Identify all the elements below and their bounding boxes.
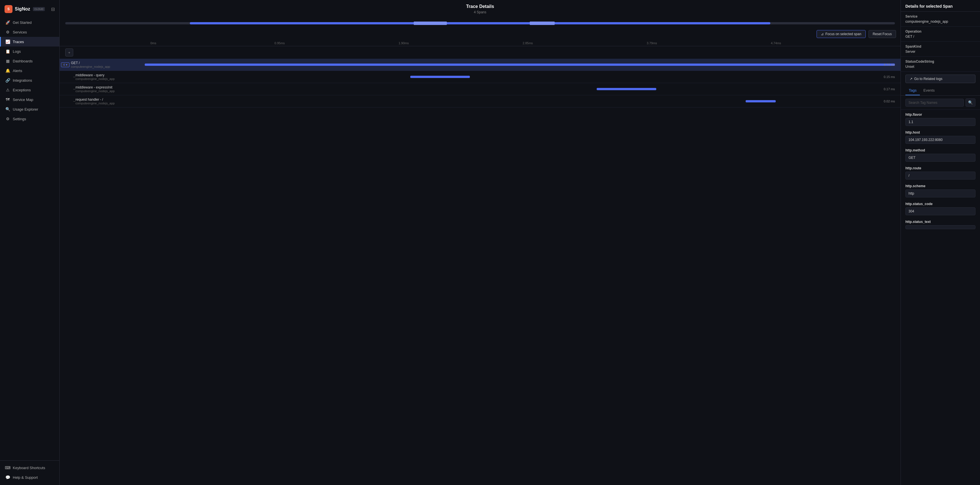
service-section: Service computeengine_nodejs_app bbox=[901, 12, 980, 27]
timeline-track bbox=[65, 22, 895, 24]
span-count-badge-0[interactable]: 4 ▾ bbox=[61, 62, 69, 67]
sidebar-item-traces[interactable]: 📈 Traces bbox=[0, 37, 59, 46]
integrations-icon: 🔗 bbox=[5, 78, 10, 83]
span-row-0[interactable]: 4 ▾ GET / computeengine_nodejs_app 4.74 … bbox=[60, 59, 900, 71]
logs-label: Logs bbox=[13, 49, 21, 54]
get-started-label: Get Started bbox=[13, 21, 32, 25]
tag-section-http.status_text: http.status_text bbox=[901, 217, 980, 231]
span-name-1: middleware - query bbox=[75, 73, 146, 77]
service-map-label: Service Map bbox=[13, 97, 33, 102]
sidebar-item-integrations[interactable]: 🔗 Integrations bbox=[0, 75, 59, 85]
span-bar-3 bbox=[746, 100, 775, 102]
tag-section-http.host: http.host 104.197.193.222:8080 bbox=[901, 128, 980, 145]
tag-section-http.scheme: http.scheme http bbox=[901, 181, 980, 199]
dashboards-label: Dashboards bbox=[13, 59, 33, 63]
sidebar-bottom: ⌨ Keyboard Shortcuts 💬 Help & Support bbox=[0, 460, 59, 482]
sidebar-item-logs[interactable]: 📋 Logs bbox=[0, 46, 59, 56]
status-code-label: StatusCodeString bbox=[905, 60, 975, 64]
usage-explorer-label: Usage Explorer bbox=[13, 107, 38, 111]
sidebar-item-settings[interactable]: ⚙ Settings bbox=[0, 114, 59, 124]
traces-icon: 📈 bbox=[5, 40, 10, 44]
tag-name-4: http.scheme bbox=[905, 184, 975, 188]
settings-label: Settings bbox=[13, 117, 26, 121]
span-duration-0: 4.74 ms bbox=[884, 63, 895, 66]
time-label-4: 3.79ms bbox=[647, 40, 771, 46]
related-logs-button[interactable]: ↗ Go to Related logs bbox=[905, 75, 975, 83]
service-label: Service bbox=[905, 14, 975, 18]
right-panel: Details for selected Span Service comput… bbox=[900, 0, 980, 485]
operation-label: Operation bbox=[905, 30, 975, 33]
tag-value-1: 104.197.193.222:8080 bbox=[905, 136, 975, 144]
keyboard-shortcuts-label: Keyboard Shortcuts bbox=[13, 466, 45, 470]
logo-text: SigNoz bbox=[15, 6, 30, 12]
sidebar-item-dashboards[interactable]: ▦ Dashboards bbox=[0, 56, 59, 66]
sidebar-item-get-started[interactable]: 🚀 Get Started bbox=[0, 17, 59, 27]
sidebar-item-alerts[interactable]: 🔔 Alerts bbox=[0, 66, 59, 75]
tag-section-http.method: http.method GET bbox=[901, 145, 980, 163]
services-label: Services bbox=[13, 30, 27, 34]
span-service-1: computeengine_nodejs_app bbox=[75, 77, 146, 81]
add-span-button[interactable]: + bbox=[65, 49, 73, 56]
span-bar-1 bbox=[410, 76, 470, 78]
focus-selected-span-button[interactable]: ⊿ Focus on selected span bbox=[816, 30, 865, 38]
tag-section-http.flavor: http.flavor 1.1 bbox=[901, 110, 980, 128]
spankind-section: SpanKind Server bbox=[901, 42, 980, 57]
spankind-value: Server bbox=[905, 49, 975, 54]
time-label-1: 0.95ms bbox=[274, 40, 398, 46]
tags-list: http.flavor 1.1 http.host 104.197.193.22… bbox=[901, 110, 980, 231]
spankind-label: SpanKind bbox=[905, 45, 975, 49]
spans-list: 4 ▾ GET / computeengine_nodejs_app 4.74 … bbox=[60, 59, 900, 108]
tabs-row: TagsEvents bbox=[901, 86, 980, 95]
span-row-1[interactable]: middleware - query computeengine_nodejs_… bbox=[60, 71, 900, 83]
span-info-2: middleware - expressInit computeengine_n… bbox=[75, 85, 149, 93]
span-service-0: computeengine_nodejs_app bbox=[71, 65, 142, 68]
alerts-label: Alerts bbox=[13, 68, 22, 73]
span-timeline-1: 0.15 ms bbox=[149, 73, 895, 81]
usage-explorer-icon: 🔍 bbox=[5, 107, 10, 111]
sidebar-item-help-support[interactable]: 💬 Help & Support bbox=[0, 472, 59, 482]
tag-name-5: http.status_code bbox=[905, 202, 975, 206]
span-expand-0[interactable]: 4 ▾ bbox=[60, 62, 71, 67]
operation-section: Operation GET / bbox=[901, 27, 980, 42]
dashboards-icon: ▦ bbox=[5, 59, 10, 63]
timeline-fill bbox=[190, 22, 771, 24]
logo-badge: CLOUD bbox=[33, 7, 45, 11]
services-icon: ⚙ bbox=[5, 30, 10, 34]
tag-value-2: GET bbox=[905, 154, 975, 162]
sidebar-collapse-button[interactable]: ⊟ bbox=[51, 6, 55, 12]
integrations-label: Integrations bbox=[13, 78, 32, 83]
tag-section-http.route: http.route / bbox=[901, 163, 980, 181]
span-row-3[interactable]: request handler - / computeengine_nodejs… bbox=[60, 95, 900, 108]
status-code-section: StatusCodeString Unset bbox=[901, 57, 980, 72]
search-tags-button[interactable]: 🔍 bbox=[966, 99, 975, 107]
reset-focus-button[interactable]: Reset Focus bbox=[869, 30, 896, 38]
tag-value-0: 1.1 bbox=[905, 118, 975, 126]
alerts-icon: 🔔 bbox=[5, 68, 10, 73]
trace-controls: ⊿ Focus on selected span Reset Focus bbox=[60, 28, 900, 40]
span-name-2: middleware - expressInit bbox=[75, 85, 146, 89]
sidebar-item-services[interactable]: ⚙ Services bbox=[0, 27, 59, 37]
span-info-3: request handler - / computeengine_nodejs… bbox=[75, 97, 149, 105]
tab-events[interactable]: Events bbox=[920, 86, 938, 95]
search-tags-input[interactable] bbox=[905, 99, 964, 107]
sidebar-item-keyboard-shortcuts[interactable]: ⌨ Keyboard Shortcuts bbox=[0, 463, 59, 472]
span-name-0: GET / bbox=[71, 61, 142, 65]
help-support-icon: 💬 bbox=[5, 475, 10, 480]
status-code-value: Unset bbox=[905, 65, 975, 68]
logs-icon: ↗ bbox=[910, 77, 912, 81]
right-panel-header: Details for selected Span bbox=[901, 0, 980, 12]
search-tags-area: 🔍 bbox=[901, 95, 980, 110]
trace-header: Trace Details 4 Spans bbox=[60, 0, 900, 16]
tag-value-4: http bbox=[905, 189, 975, 197]
tab-tags[interactable]: Tags bbox=[905, 86, 920, 95]
sidebar-item-service-map[interactable]: 🗺 Service Map bbox=[0, 95, 59, 104]
sidebar-item-usage-explorer[interactable]: 🔍 Usage Explorer bbox=[0, 104, 59, 114]
filter-icon: ⊿ bbox=[821, 32, 824, 36]
logo-area: S SigNoz CLOUD ⊟ bbox=[0, 3, 59, 17]
sidebar-item-exceptions[interactable]: ⚠ Exceptions bbox=[0, 85, 59, 95]
span-row-2[interactable]: middleware - expressInit computeengine_n… bbox=[60, 83, 900, 95]
span-info-1: middleware - query computeengine_nodejs_… bbox=[75, 73, 149, 81]
exceptions-label: Exceptions bbox=[13, 88, 31, 92]
sidebar: S SigNoz CLOUD ⊟ 🚀 Get Started ⚙ Service… bbox=[0, 0, 60, 485]
timeline-marker-2 bbox=[530, 22, 555, 25]
